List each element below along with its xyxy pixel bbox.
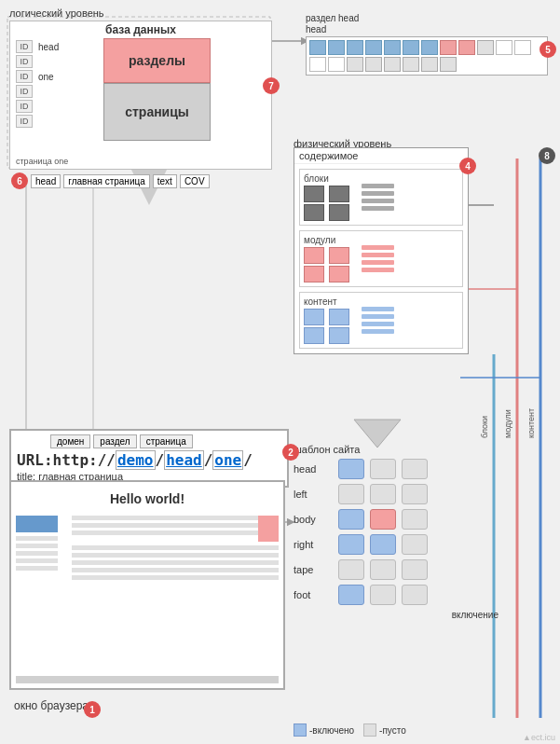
bar-item-blue-1 <box>309 40 326 55</box>
badge-7: 7 <box>263 77 280 94</box>
blocks-lines-icon <box>360 182 396 213</box>
template-row-right: right <box>294 534 499 555</box>
blocks-label: блоки <box>304 173 352 184</box>
bar-item-gray-4 <box>384 57 401 72</box>
url-one: one <box>212 450 243 470</box>
browser-window: Hello world! <box>9 480 285 690</box>
blocks-section: блоки <box>299 169 463 226</box>
db-id: ID <box>16 115 33 128</box>
sections-box: разделы <box>103 38 211 83</box>
slot-body-pink <box>370 509 396 530</box>
content-grid <box>304 309 352 344</box>
content-line-4 <box>362 329 394 334</box>
inclusion-label: включение <box>294 610 499 620</box>
template-section: шаблон сайта 2 head left body <box>294 444 499 620</box>
modules-grid <box>304 247 352 282</box>
url-label-domain: домен <box>50 434 90 448</box>
content-cell-2 <box>329 309 349 325</box>
db-field-head: head <box>38 42 59 52</box>
browser-main <box>72 516 279 583</box>
bar-item-gray-7 <box>440 57 457 72</box>
modules-lines-icon <box>360 243 396 274</box>
template-label-right: right <box>294 539 333 550</box>
contents-box: содержимое 4 блоки <box>294 147 469 354</box>
watermark: ▲ect.icu <box>523 733 555 742</box>
database-box: база данных ID head ID ID one ID ID ID <box>9 21 272 170</box>
browser-bottom-bar <box>16 676 279 683</box>
line-bar-1 <box>362 184 394 188</box>
url-slash-1: / <box>156 451 165 469</box>
contents-title: содержимое <box>294 148 468 164</box>
legend-blue-box <box>294 723 307 737</box>
slot-left-gray-2 <box>370 484 396 504</box>
slot-left-gray-3 <box>402 484 428 504</box>
legend-empty: -пусто <box>363 723 406 737</box>
gray-line-m4 <box>72 545 279 550</box>
bar-item-gray-1 <box>477 40 494 55</box>
db-id: ID <box>16 40 33 53</box>
logical-level-label: логический уровень <box>9 7 104 19</box>
slot-right-blue-1 <box>338 534 364 555</box>
slot-left-gray-1 <box>338 484 364 504</box>
content-cell-1 <box>304 309 324 325</box>
template-label-tape: tape <box>294 564 333 575</box>
bar-item-white-2 <box>514 40 531 55</box>
module-line-4 <box>362 268 394 272</box>
svg-text:блоки: блоки <box>480 416 489 438</box>
url-label-page: страница <box>140 434 193 448</box>
gray-line-l4 <box>16 558 58 563</box>
badge-6: 6 <box>11 172 28 189</box>
bar-item-white-1 <box>496 40 512 55</box>
slot-right-gray <box>402 534 428 555</box>
bar-item-white-3 <box>309 57 326 72</box>
gray-line-m8 <box>72 575 279 580</box>
template-label-foot: foot <box>294 589 333 600</box>
module-cell-1 <box>304 247 324 264</box>
gray-line-l1 <box>16 536 58 541</box>
slot-tape-gray-1 <box>338 559 364 580</box>
svg-text:модули: модули <box>503 409 512 438</box>
gray-line-l3 <box>16 551 58 556</box>
gray-line-l2 <box>16 544 58 548</box>
content-cell-3 <box>304 327 324 344</box>
pink-block <box>258 516 279 542</box>
template-title: шаблон сайта <box>294 444 499 455</box>
db-id: ID <box>16 55 33 68</box>
slot-head-gray-2 <box>402 459 428 479</box>
template-label-left: left <box>294 489 333 500</box>
line-bar-2 <box>362 191 394 196</box>
block-cell-4 <box>329 204 349 221</box>
template-row-head: head <box>294 459 499 479</box>
badge-2: 2 <box>282 444 299 461</box>
module-line-1 <box>362 245 394 250</box>
legend-gray-box <box>363 723 376 737</box>
gray-line-l5 <box>16 566 58 571</box>
template-label-body: body <box>294 514 333 525</box>
slot-foot-gray-1 <box>370 585 396 605</box>
slot-head-gray-1 <box>370 459 396 479</box>
module-line-2 <box>362 253 394 257</box>
page-one-label: страница one <box>16 157 68 166</box>
block-cell-3 <box>304 204 324 221</box>
legend: -включено -пусто <box>294 723 406 737</box>
section-head-bar <box>306 36 548 76</box>
line-bar-3 <box>362 199 394 203</box>
gray-line-m3 <box>72 530 279 535</box>
diagram-container: блоки модули контент логический уровень … <box>0 0 560 744</box>
block-cell-1 <box>304 186 324 202</box>
content-line-1 <box>362 307 394 311</box>
bar-item-blue-6 <box>403 40 419 55</box>
modules-label: модули <box>304 235 352 245</box>
gray-line-m7 <box>72 568 279 572</box>
slot-foot-blue <box>338 585 364 605</box>
bar-item-gray-2 <box>347 57 363 72</box>
db-field-one: one <box>38 72 54 82</box>
template-row-body: body <box>294 509 499 530</box>
page-field-main: главная страница <box>63 174 150 188</box>
section-head-label: раздел head <box>306 13 548 23</box>
bar-item-gray-6 <box>421 57 438 72</box>
url-labels-row: 3 домен раздел страница <box>50 434 281 448</box>
legend-empty-label: -пусто <box>379 725 406 736</box>
url-label-section: раздел <box>93 434 136 448</box>
bar-item-blue-4 <box>365 40 382 55</box>
